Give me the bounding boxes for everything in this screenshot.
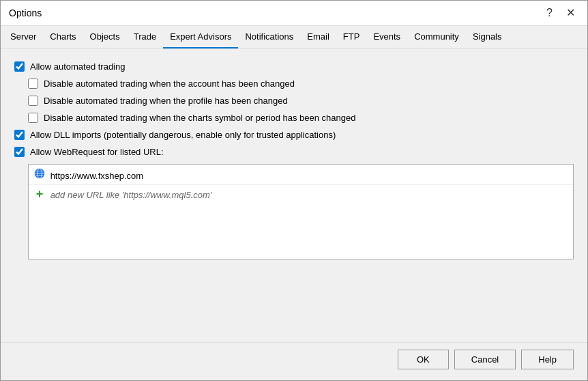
url-placeholder-text: add new URL like 'https://www.mql5.com' <box>50 190 212 200</box>
allow-dll-imports-label[interactable]: Allow DLL imports (potentially dangerous… <box>30 130 336 140</box>
add-url-icon: + <box>34 188 45 199</box>
disable-symbol-changed-label[interactable]: Disable automated trading when the chart… <box>44 113 355 123</box>
url-row-add[interactable]: + add new URL like 'https://www.mql5.com… <box>29 185 573 204</box>
menu-item-ftp[interactable]: FTP <box>336 26 367 48</box>
url-table: https://www.fxshep.com + add new URL lik… <box>29 165 573 203</box>
url-row-1[interactable]: https://www.fxshep.com <box>29 165 573 185</box>
allow-automated-trading-label[interactable]: Allow automated trading <box>30 61 125 72</box>
allow-dll-imports-checkbox[interactable] <box>14 130 25 140</box>
allow-webrequest-checkbox[interactable] <box>14 147 25 157</box>
help-button[interactable]: Help <box>521 350 574 369</box>
title-bar-buttons: ? ✕ <box>542 6 579 20</box>
menu-item-email[interactable]: Email <box>300 26 336 48</box>
url-row-1-cell-2 <box>528 165 573 185</box>
disable-profile-changed-row: Disable automated trading when the profi… <box>28 96 574 106</box>
disable-account-changed-row: Disable automated trading when the accou… <box>28 79 574 89</box>
close-title-button[interactable]: ✕ <box>562 6 579 20</box>
options-dialog: Options ? ✕ Server Charts Objects Trade … <box>0 0 588 381</box>
menu-item-signals[interactable]: Signals <box>466 26 509 48</box>
menu-item-events[interactable]: Events <box>366 26 407 48</box>
content-area: Allow automated trading Disable automate… <box>1 49 587 342</box>
menu-item-notifications[interactable]: Notifications <box>238 26 300 48</box>
allow-webrequest-label[interactable]: Allow WebRequest for listed URL: <box>30 147 164 157</box>
menu-item-expert-advisors[interactable]: Expert Advisors <box>163 26 238 48</box>
menu-item-server[interactable]: Server <box>3 26 43 48</box>
allow-webrequest-row: Allow WebRequest for listed URL: <box>14 147 574 157</box>
dialog-title: Options <box>9 8 42 18</box>
disable-account-changed-label[interactable]: Disable automated trading when the accou… <box>44 79 295 89</box>
allow-automated-trading-row: Allow automated trading <box>14 61 574 72</box>
ok-button[interactable]: OK <box>398 350 449 369</box>
url-table-container: https://www.fxshep.com + add new URL lik… <box>28 164 574 259</box>
disable-profile-changed-checkbox[interactable] <box>28 96 38 106</box>
cancel-button[interactable]: Cancel <box>454 350 516 369</box>
allow-dll-imports-row: Allow DLL imports (potentially dangerous… <box>14 130 574 140</box>
title-bar: Options ? ✕ <box>1 1 587 26</box>
menu-item-community[interactable]: Community <box>407 26 466 48</box>
menu-item-charts[interactable]: Charts <box>43 26 83 48</box>
globe-icon <box>34 168 45 179</box>
disable-account-changed-checkbox[interactable] <box>28 79 38 89</box>
footer: OK Cancel Help <box>1 342 587 380</box>
allow-automated-trading-checkbox[interactable] <box>14 61 25 72</box>
menu-item-objects[interactable]: Objects <box>83 26 127 48</box>
disable-symbol-changed-checkbox[interactable] <box>28 113 38 123</box>
disable-symbol-changed-row: Disable automated trading when the chart… <box>28 113 574 123</box>
url-row-1-cell: https://www.fxshep.com <box>29 165 528 185</box>
menu-bar: Server Charts Objects Trade Expert Advis… <box>1 26 587 49</box>
menu-item-trade[interactable]: Trade <box>127 26 163 48</box>
help-title-button[interactable]: ? <box>542 6 557 20</box>
url-value-1: https://www.fxshep.com <box>50 171 144 181</box>
url-add-cell: + add new URL like 'https://www.mql5.com… <box>29 185 573 204</box>
disable-profile-changed-label[interactable]: Disable automated trading when the profi… <box>44 96 288 106</box>
